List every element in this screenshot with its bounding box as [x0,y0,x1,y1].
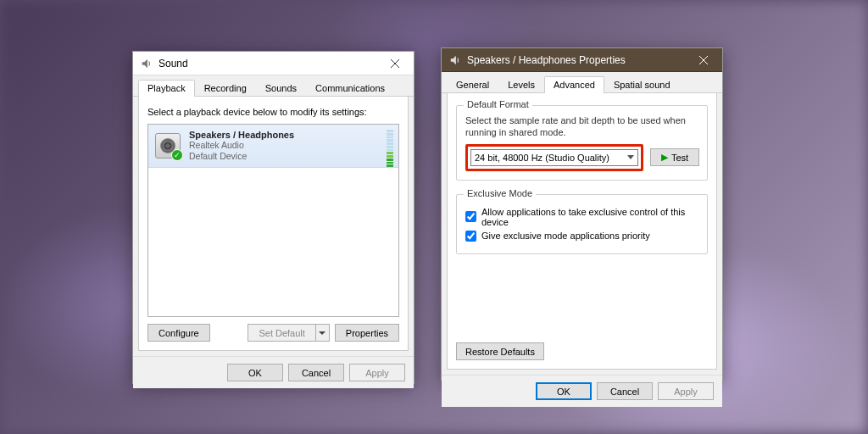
playback-button-row: Configure Set Default Properties [147,324,399,342]
props-close-button[interactable] [688,50,719,70]
sound-window: Sound Playback Recording Sounds Communic… [132,51,415,384]
props-ok-button[interactable]: OK [536,382,592,400]
default-format-desc: Select the sample rate and bit depth to … [465,114,698,139]
format-selected: 24 bit, 48000 Hz (Studio Quality) [475,153,609,163]
play-icon: ▶ [661,152,668,163]
vu-meter [387,130,393,167]
sound-apply-button[interactable]: Apply [349,364,405,381]
default-format-group: Default Format Select the sample rate an… [456,105,708,181]
desktop-wallpaper [0,0,868,434]
speaker-icon [448,53,462,67]
props-cancel-button[interactable]: Cancel [597,382,653,400]
format-combobox[interactable]: 24 bit, 48000 Hz (Studio Quality) [470,149,638,166]
close-icon [391,59,399,68]
set-default-button[interactable]: Set Default [248,324,314,342]
device-item[interactable]: ✓ Speakers / Headphones Realtek Audio De… [148,125,398,168]
exclusive-priority-checkbox[interactable] [465,231,476,242]
exclusive-control-checkbox-row[interactable]: Allow applications to take exclusive con… [465,207,698,227]
restore-defaults-button[interactable]: Restore Defaults [456,342,544,360]
format-row: 24 bit, 48000 Hz (Studio Quality) ▶Test [465,144,698,171]
chevron-down-icon [319,331,326,335]
device-text: Speakers / Headphones Realtek Audio Defa… [189,130,294,162]
exclusive-mode-group: Exclusive Mode Allow applications to tak… [456,194,708,254]
highlight-box: 24 bit, 48000 Hz (Studio Quality) [465,144,643,171]
tab-spatial-sound[interactable]: Spatial sound [604,76,680,93]
restore-row: Restore Defaults [456,342,708,360]
sound-bottom-buttons: OK Cancel Apply [133,356,414,388]
exclusive-mode-title: Exclusive Mode [464,188,536,198]
playback-device-list[interactable]: ✓ Speakers / Headphones Realtek Audio De… [147,124,399,317]
props-apply-button[interactable]: Apply [658,382,714,400]
default-check-icon: ✓ [171,149,183,161]
tab-levels[interactable]: Levels [498,76,544,93]
tab-communications[interactable]: Communications [306,80,394,97]
test-label: Test [671,153,688,163]
test-button[interactable]: ▶Test [650,148,699,166]
sound-close-button[interactable] [380,53,410,74]
device-speaker-icon: ✓ [155,133,181,159]
tab-advanced[interactable]: Advanced [544,76,604,93]
tab-recording[interactable]: Recording [195,80,256,97]
device-name: Speakers / Headphones [189,130,294,140]
sound-title: Sound [159,58,380,70]
tab-general[interactable]: General [447,76,498,93]
exclusive-priority-checkbox-row[interactable]: Give exclusive mode applications priorit… [465,231,698,242]
sound-cancel-button[interactable]: Cancel [288,364,344,381]
exclusive-control-checkbox[interactable] [465,211,476,222]
advanced-panel: Default Format Select the sample rate an… [447,93,717,370]
sound-titlebar[interactable]: Sound [133,52,414,75]
chevron-down-icon [627,155,634,159]
device-driver: Realtek Audio [189,140,294,151]
speaker-icon [140,57,153,70]
close-icon [699,56,708,64]
set-default-split: Set Default [248,324,329,342]
exclusive-control-label: Allow applications to take exclusive con… [481,207,698,227]
sound-tabs: Playback Recording Sounds Communications [133,75,414,97]
exclusive-priority-label: Give exclusive mode applications priorit… [481,231,650,241]
configure-button[interactable]: Configure [147,324,210,342]
playback-panel: Select a playback device below to modify… [138,97,409,351]
props-bottom-buttons: OK Cancel Apply [442,375,722,407]
tab-sounds[interactable]: Sounds [256,80,306,97]
set-default-dropdown[interactable] [315,324,330,342]
props-titlebar[interactable]: Speakers / Headphones Properties [442,48,722,72]
device-status: Default Device [189,151,294,162]
properties-button[interactable]: Properties [335,324,399,342]
playback-instruction: Select a playback device below to modify… [147,107,399,117]
properties-window: Speakers / Headphones Properties General… [441,47,723,381]
props-title: Speakers / Headphones Properties [467,54,688,66]
props-tabs: General Levels Advanced Spatial sound [442,72,722,93]
sound-ok-button[interactable]: OK [227,364,283,381]
tab-playback[interactable]: Playback [138,80,195,97]
default-format-title: Default Format [464,99,532,109]
